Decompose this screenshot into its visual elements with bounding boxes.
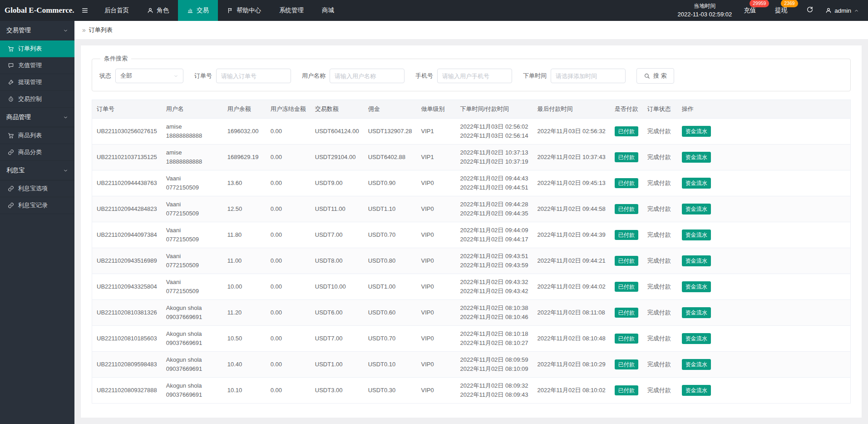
fund-flow-button[interactable]: 资金流水: [682, 385, 711, 396]
nav-item-label: 系统管理: [279, 6, 304, 15]
cell-last-pay-time: 2022年11月03日 02:56:32: [533, 119, 610, 145]
cell-amount: USDT7.00: [311, 222, 364, 248]
fund-flow-button[interactable]: 资金流水: [682, 359, 711, 370]
cell-balance: 10.10: [223, 378, 266, 404]
withdraw-link[interactable]: 提现 2369: [775, 6, 787, 15]
fund-flow-button[interactable]: 资金流水: [682, 307, 711, 318]
user-name: Akogun shola: [166, 304, 218, 313]
cell-order-no: UB2211020810185603: [92, 326, 162, 352]
fund-flow-button[interactable]: 资金流水: [682, 178, 711, 189]
cell-level: VIP0: [416, 300, 455, 326]
user-menu[interactable]: admin: [825, 7, 859, 14]
nav-item-mall[interactable]: 商城: [313, 0, 343, 21]
user-phone: 0772150509: [166, 209, 218, 218]
cell-paid: 已付款: [610, 352, 643, 378]
nav-item-trade[interactable]: 交易: [178, 0, 218, 21]
cell-amount: USDT29104.00: [311, 145, 364, 170]
sidebar-item-withdraw-management[interactable]: 提现管理: [0, 74, 74, 91]
cell-user: amise 18888888888: [162, 119, 223, 145]
table-row: UB2211020810185603 Akogun shola 09037669…: [92, 326, 851, 352]
cart-icon: [8, 45, 14, 52]
search-button-label: 搜 索: [653, 72, 667, 80]
order-no-input[interactable]: [216, 69, 291, 83]
cell-frozen: 0.00: [266, 300, 311, 326]
cell-paid: 已付款: [610, 378, 643, 404]
sidebar-item-product-category[interactable]: 商品分类: [0, 144, 74, 161]
cell-level: VIP0: [416, 352, 455, 378]
user-name: Vaani: [166, 200, 218, 209]
user-name: Vaani: [166, 174, 218, 183]
pay-time: 2022年11月02日 09:44:51: [460, 183, 528, 192]
withdraw-label: 提现: [775, 6, 787, 15]
cell-order-no: UB2211020809598483: [92, 352, 162, 378]
phone-input[interactable]: [437, 69, 512, 83]
user-phone: 18888888888: [166, 131, 218, 140]
cell-order-pay-time: 2022年11月02日 08:10:18 2022年11月02日 08:10:2…: [455, 326, 533, 352]
column-header-4: 交易数额: [311, 100, 364, 119]
sidebar-item-trade-control[interactable]: 交易控制: [0, 91, 74, 108]
sidebar-group-product-management[interactable]: 商品管理: [0, 108, 74, 127]
sidebar-item-interest-records[interactable]: 利息宝记录: [0, 197, 74, 214]
cell-frozen: 0.00: [266, 248, 311, 274]
cell-last-pay-time: 2022年11月02日 10:37:43: [533, 145, 610, 170]
fund-flow-button[interactable]: 资金流水: [682, 126, 711, 137]
sidebar-group-trade-management[interactable]: 交易管理: [0, 21, 74, 40]
cell-paid: 已付款: [610, 300, 643, 326]
nav-item-label: 交易: [197, 6, 209, 15]
column-header-6: 做单级别: [416, 100, 455, 119]
cell-balance: 11.20: [223, 300, 266, 326]
cell-order-no: UB2211020809327888: [92, 378, 162, 404]
menu-toggle-button[interactable]: [74, 0, 95, 21]
sidebar-item-interest-options[interactable]: 利息宝选项: [0, 180, 74, 197]
fund-flow-button[interactable]: 资金流水: [682, 229, 711, 240]
column-header-7: 下单时间/付款时间: [455, 100, 533, 119]
table-row: UB2211020943325804 Vaani 0772150509 10.0…: [92, 274, 851, 300]
recharge-link[interactable]: 充值 29959: [744, 6, 756, 15]
cell-last-pay-time: 2022年11月02日 09:44:02: [533, 274, 610, 300]
user-phone: 0772150509: [166, 183, 218, 192]
fund-flow-button[interactable]: 资金流水: [682, 152, 711, 163]
order-time: 2022年11月02日 09:43:32: [460, 278, 528, 287]
cell-user: Akogun shola 09037669691: [162, 378, 223, 404]
username: admin: [834, 7, 851, 14]
sidebar-item-label: 利息宝记录: [18, 201, 48, 210]
nav-item-roles[interactable]: 角色: [138, 0, 178, 21]
clock-icon: [8, 96, 14, 102]
cell-commission: USDT0.90: [364, 170, 417, 196]
sidebar-group-interest-treasure[interactable]: 利息宝: [0, 161, 74, 180]
order-time-input[interactable]: [551, 69, 626, 83]
sidebar-item-product-list[interactable]: 商品列表: [0, 127, 74, 144]
cell-frozen: 0.00: [266, 274, 311, 300]
cell-amount: USDT3.00: [311, 378, 364, 404]
nav-item-dashboard[interactable]: 后台首页: [95, 0, 138, 21]
cell-status: 完成付款: [643, 352, 677, 378]
user-name: Akogun shola: [166, 355, 218, 364]
withdraw-count-badge: 2369: [781, 0, 798, 7]
cell-commission: USDT0.80: [364, 248, 417, 274]
fund-flow-button[interactable]: 资金流水: [682, 255, 711, 266]
cell-frozen: 0.00: [266, 145, 311, 170]
fund-flow-button[interactable]: 资金流水: [682, 204, 711, 214]
cell-user: Akogun shola 09037669691: [162, 300, 223, 326]
recharge-label: 充值: [744, 6, 756, 15]
fund-flow-button[interactable]: 资金流水: [682, 333, 711, 344]
cell-user: Vaani 0772150509: [162, 248, 223, 274]
cell-order-pay-time: 2022年11月02日 10:37:13 2022年11月02日 10:37:1…: [455, 145, 533, 170]
cell-level: VIP0: [416, 222, 455, 248]
sidebar-item-recharge-management[interactable]: 充值管理: [0, 57, 74, 74]
nav-item-help-center[interactable]: 帮助中心: [218, 0, 270, 21]
pay-time: 2022年11月02日 09:44:35: [460, 209, 528, 218]
cell-level: VIP1: [416, 119, 455, 145]
refresh-button[interactable]: [806, 6, 814, 15]
cell-last-pay-time: 2022年11月02日 08:10:02: [533, 378, 610, 404]
username-input[interactable]: [330, 69, 404, 83]
person-icon: [825, 7, 832, 14]
sidebar-item-order-list[interactable]: 订单列表: [0, 40, 74, 57]
search-button[interactable]: 搜 索: [636, 68, 674, 84]
status-select[interactable]: 全部: [115, 69, 183, 83]
cell-last-pay-time: 2022年11月02日 08:11:08: [533, 300, 610, 326]
paid-badge: 已付款: [615, 256, 638, 266]
table-row: UB2211020809327888 Akogun shola 09037669…: [92, 378, 851, 404]
nav-item-system[interactable]: 系统管理: [270, 0, 313, 21]
fund-flow-button[interactable]: 资金流水: [682, 281, 711, 292]
